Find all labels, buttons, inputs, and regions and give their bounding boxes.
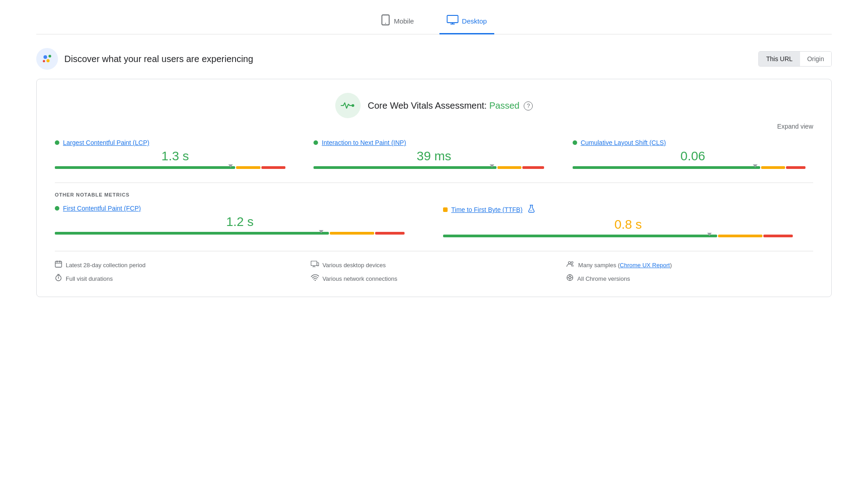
inp-bar: [313, 166, 554, 169]
inp-dot: [313, 140, 318, 145]
calendar-icon: [55, 260, 62, 269]
footer-network-label: Various network connections: [323, 275, 397, 282]
metric-lcp: Largest Contentful Paint (LCP) 1.3 s: [55, 139, 295, 169]
mobile-icon: [381, 14, 390, 28]
people-icon: [566, 261, 574, 269]
metric-cls: Cumulative Layout Shift (CLS) 0.06: [573, 139, 813, 169]
ttfb-link[interactable]: Time to First Byte (TTFB): [451, 206, 522, 213]
svg-point-9: [532, 210, 533, 210]
footer-collection-period: Latest 28-day collection period: [55, 260, 302, 269]
cls-bar-orange: [761, 166, 785, 169]
timer-icon: [55, 274, 62, 283]
cwv-card: Core Web Vitals Assessment: Passed ? Exp…: [36, 79, 832, 297]
ttfb-label: Time to First Byte (TTFB): [443, 205, 813, 215]
footer-chrome-versions: All Chrome versions: [566, 274, 813, 283]
lcp-bar-orange: [236, 166, 260, 169]
section-title: Discover what your real users are experi…: [64, 54, 253, 64]
chrome-versions-icon: [566, 274, 574, 283]
cwv-help-icon[interactable]: ?: [524, 101, 533, 110]
fcp-bar-green: [55, 232, 329, 235]
fcp-label: First Contentful Paint (FCP): [55, 205, 425, 212]
tabs-bar: Mobile Desktop: [36, 9, 832, 34]
svg-rect-10: [55, 261, 62, 267]
inp-label: Interaction to Next Paint (INP): [313, 139, 554, 146]
lcp-bar-red: [261, 166, 285, 169]
lcp-link[interactable]: Largest Contentful Paint (LCP): [63, 139, 149, 146]
cls-label: Cumulative Layout Shift (CLS): [573, 139, 813, 146]
tab-mobile-label: Mobile: [394, 17, 414, 25]
svg-point-7: [352, 104, 354, 107]
footer-samples: Many samples (Chrome UX Report): [566, 260, 813, 269]
cwv-title: Core Web Vitals Assessment: Passed ?: [368, 101, 533, 111]
lcp-bar-green: [55, 166, 235, 169]
lcp-bar: [55, 166, 295, 169]
footer-network: Various network connections: [311, 274, 558, 283]
footer-visit-label: Full visit durations: [66, 275, 113, 282]
svg-rect-11: [311, 261, 317, 265]
inp-value: 39 ms: [313, 149, 554, 163]
tab-mobile[interactable]: Mobile: [374, 9, 421, 34]
ttfb-dot: [443, 207, 448, 212]
metric-inp: Interaction to Next Paint (INP) 39 ms: [313, 139, 554, 169]
section-header: Discover what your real users are experi…: [36, 48, 832, 70]
expand-view-link[interactable]: Expand view: [55, 123, 813, 130]
this-url-button[interactable]: This URL: [759, 52, 800, 66]
svg-point-1: [385, 23, 386, 24]
footer-chrome-label: All Chrome versions: [577, 275, 630, 282]
footer-devices-label: Various desktop devices: [323, 262, 386, 269]
fcp-value: 1.2 s: [55, 215, 425, 229]
ttfb-marker: [707, 233, 712, 236]
svg-point-3: [43, 55, 47, 59]
inp-bar-green: [313, 166, 497, 169]
svg-point-4: [48, 55, 51, 58]
lcp-value: 1.3 s: [55, 149, 295, 163]
other-metrics-grid: First Contentful Paint (FCP) 1.2 s Time …: [55, 205, 813, 237]
cls-marker: [753, 164, 757, 168]
cwv-pulse-icon: [335, 93, 361, 118]
lcp-marker: [228, 164, 233, 168]
cls-bar-green: [573, 166, 760, 169]
tab-desktop-label: Desktop: [462, 17, 487, 25]
metric-fcp: First Contentful Paint (FCP) 1.2 s: [55, 205, 425, 237]
ttfb-bar: [443, 235, 813, 237]
ttfb-experimental-icon: [528, 205, 535, 215]
ttfb-bar-green: [443, 235, 717, 237]
svg-rect-2: [447, 15, 458, 23]
cls-dot: [573, 140, 577, 145]
core-metrics-grid: Largest Contentful Paint (LCP) 1.3 s Int…: [55, 139, 813, 169]
tab-desktop[interactable]: Desktop: [439, 9, 494, 34]
svg-point-13: [569, 262, 571, 264]
inp-bar-red: [522, 166, 544, 169]
fcp-marker: [319, 230, 323, 233]
svg-point-8: [530, 210, 531, 211]
footer-devices: Various desktop devices: [311, 260, 558, 269]
footer-samples-label: Many samples (Chrome UX Report): [578, 262, 672, 269]
fcp-bar: [55, 232, 425, 235]
ttfb-value: 0.8 s: [443, 217, 813, 232]
wifi-icon: [311, 274, 319, 283]
cls-link[interactable]: Cumulative Layout Shift (CLS): [581, 139, 666, 146]
ttfb-bar-red: [763, 235, 793, 237]
svg-point-5: [47, 59, 50, 62]
inp-link[interactable]: Interaction to Next Paint (INP): [322, 139, 406, 146]
fcp-bar-red: [375, 232, 405, 235]
fcp-link[interactable]: First Contentful Paint (FCP): [63, 205, 141, 212]
fcp-dot: [55, 206, 59, 211]
desktop-icon: [447, 15, 458, 27]
footer-info: Latest 28-day collection period Various …: [55, 251, 813, 283]
desktop-devices-icon: [311, 261, 319, 269]
origin-button[interactable]: Origin: [800, 52, 831, 66]
fcp-bar-orange: [330, 232, 374, 235]
svg-point-18: [569, 277, 571, 279]
svg-point-14: [571, 262, 573, 264]
svg-point-6: [43, 60, 45, 62]
metric-ttfb: Time to First Byte (TTFB) 0.8 s: [443, 205, 813, 237]
url-origin-toggle: This URL Origin: [758, 51, 832, 67]
chrome-ux-link[interactable]: Chrome UX Report: [620, 262, 670, 269]
svg-point-16: [314, 280, 315, 281]
inp-bar-orange: [497, 166, 521, 169]
cls-value: 0.06: [573, 149, 813, 163]
metrics-divider: [55, 183, 813, 183]
cls-bar-red: [786, 166, 805, 169]
lcp-label: Largest Contentful Paint (LCP): [55, 139, 295, 146]
